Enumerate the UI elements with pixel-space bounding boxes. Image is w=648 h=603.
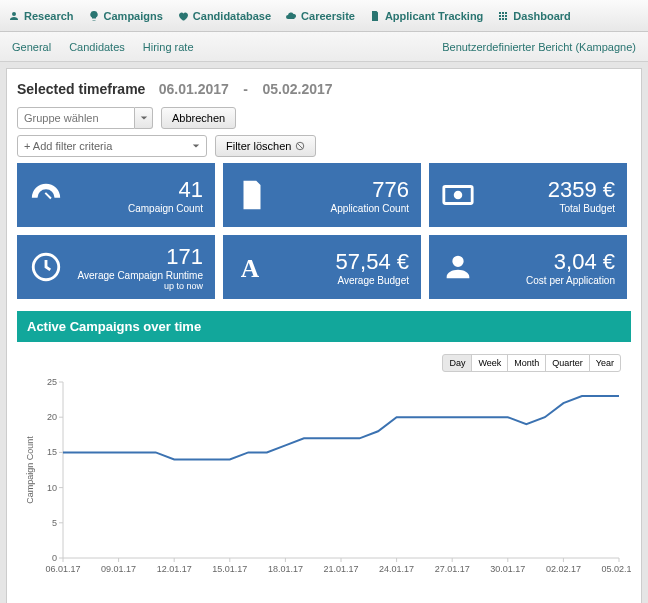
granularity-toggle: Day Week Month Quarter Year <box>21 354 621 372</box>
card-avg-budget: A 57,54 € Average Budget <box>223 235 421 299</box>
card-value: 2359 € <box>548 177 615 203</box>
granularity-quarter[interactable]: Quarter <box>545 354 590 372</box>
card-label: Average Budget <box>336 275 409 286</box>
subnav-custom-report[interactable]: Benutzerdefinierter Bericht (Kampagne) <box>442 41 636 53</box>
nav-label: Campaigns <box>104 10 163 22</box>
heart-icon <box>177 10 189 22</box>
card-cost-per-application: 3,04 € Cost per Application <box>429 235 627 299</box>
subnav-left: General Candidates Hiring rate <box>12 41 194 53</box>
timeframe-end: 05.02.2017 <box>262 81 332 97</box>
content-panel: Selected timeframe 06.01.2017 - 05.02.20… <box>6 68 642 603</box>
money-icon <box>441 178 475 212</box>
nav-research[interactable]: Research <box>8 10 74 22</box>
bulb-icon <box>88 10 100 22</box>
card-value: 57,54 € <box>336 249 409 275</box>
group-select[interactable] <box>17 107 153 129</box>
svg-text:24.01.17: 24.01.17 <box>379 564 414 574</box>
user-icon <box>8 10 20 22</box>
card-value: 41 <box>128 177 203 203</box>
nav-label: Research <box>24 10 74 22</box>
nav-label: Dashboard <box>513 10 570 22</box>
filter-add-label: + Add filter criteria <box>24 140 112 152</box>
svg-text:15: 15 <box>47 447 57 457</box>
card-value: 171 <box>78 244 203 270</box>
timeframe-sep: - <box>243 81 248 97</box>
nav-campaigns[interactable]: Campaigns <box>88 10 163 22</box>
document-icon <box>369 10 381 22</box>
nav-candidatabase[interactable]: Candidatabase <box>177 10 271 22</box>
card-label: Campaign Count <box>128 203 203 214</box>
file-icon <box>235 178 269 212</box>
filter-add-select[interactable]: + Add filter criteria <box>17 135 207 157</box>
svg-text:5: 5 <box>52 518 57 528</box>
card-avg-runtime: 171 Average Campaign Runtime up to now <box>17 235 215 299</box>
person-icon <box>441 250 475 284</box>
group-toggle[interactable] <box>135 107 153 129</box>
nav-applicant-tracking[interactable]: Applicant Tracking <box>369 10 483 22</box>
granularity-year[interactable]: Year <box>589 354 621 372</box>
subnav-general[interactable]: General <box>12 41 51 53</box>
filter-clear-label: Filter löschen <box>226 140 291 152</box>
svg-text:12.01.17: 12.01.17 <box>157 564 192 574</box>
svg-text:Campaign Count: Campaign Count <box>25 436 35 504</box>
clock-icon <box>29 250 63 284</box>
timeframe-label: Selected timeframe <box>17 81 145 97</box>
ban-icon <box>295 141 305 151</box>
svg-line-1 <box>298 144 303 149</box>
caret-down-icon <box>192 142 200 150</box>
card-total-budget: 2359 € Total Budget <box>429 163 627 227</box>
filter-clear-button[interactable]: Filter löschen <box>215 135 316 157</box>
svg-text:25: 25 <box>47 377 57 387</box>
granularity-day[interactable]: Day <box>442 354 472 372</box>
card-value: 3,04 € <box>526 249 615 275</box>
subnav-hiring-rate[interactable]: Hiring rate <box>143 41 194 53</box>
sub-nav: General Candidates Hiring rate Benutzerd… <box>0 32 648 62</box>
card-sublabel: up to now <box>78 281 203 291</box>
svg-text:20: 20 <box>47 412 57 422</box>
top-nav: Research Campaigns Candidatabase Careers… <box>0 0 648 32</box>
cancel-button[interactable]: Abbrechen <box>161 107 236 129</box>
timeframe-start: 06.01.2017 <box>159 81 229 97</box>
card-label: Average Campaign Runtime <box>78 270 203 281</box>
cancel-label: Abbrechen <box>172 112 225 124</box>
svg-text:06.01.17: 06.01.17 <box>45 564 80 574</box>
gauge-icon <box>29 178 63 212</box>
chart-title: Active Campaigns over time <box>17 311 631 342</box>
svg-text:09.01.17: 09.01.17 <box>101 564 136 574</box>
nav-label: Careersite <box>301 10 355 22</box>
svg-text:18.01.17: 18.01.17 <box>268 564 303 574</box>
grid-icon <box>497 10 509 22</box>
card-campaign-count: 41 Campaign Count <box>17 163 215 227</box>
group-row: Abbrechen <box>17 107 631 129</box>
card-label: Cost per Application <box>526 275 615 286</box>
group-input[interactable] <box>17 107 135 129</box>
svg-text:15.01.17: 15.01.17 <box>212 564 247 574</box>
svg-text:21.01.17: 21.01.17 <box>323 564 358 574</box>
cards: 41 Campaign Count 776 Application Count … <box>17 163 631 299</box>
line-chart: 051015202506.01.1709.01.1712.01.1715.01.… <box>21 376 631 582</box>
svg-text:A: A <box>241 254 260 283</box>
card-label: Total Budget <box>548 203 615 214</box>
granularity-month[interactable]: Month <box>507 354 546 372</box>
nav-label: Applicant Tracking <box>385 10 483 22</box>
svg-text:30.01.17: 30.01.17 <box>490 564 525 574</box>
nav-dashboard[interactable]: Dashboard <box>497 10 570 22</box>
chart-panel: Day Week Month Quarter Year 051015202506… <box>17 342 631 589</box>
nav-careersite[interactable]: Careersite <box>285 10 355 22</box>
cloud-icon <box>285 10 297 22</box>
caret-down-icon <box>140 114 148 122</box>
svg-point-3 <box>454 191 463 200</box>
card-application-count: 776 Application Count <box>223 163 421 227</box>
svg-text:27.01.17: 27.01.17 <box>435 564 470 574</box>
card-label: Application Count <box>331 203 409 214</box>
svg-text:0: 0 <box>52 553 57 563</box>
font-icon: A <box>235 250 269 284</box>
filter-row: + Add filter criteria Filter löschen <box>17 135 631 157</box>
subnav-candidates[interactable]: Candidates <box>69 41 125 53</box>
svg-text:05.02.17: 05.02.17 <box>601 564 631 574</box>
card-value: 776 <box>331 177 409 203</box>
granularity-week[interactable]: Week <box>471 354 508 372</box>
timeframe: Selected timeframe 06.01.2017 - 05.02.20… <box>17 81 631 97</box>
nav-label: Candidatabase <box>193 10 271 22</box>
svg-text:02.02.17: 02.02.17 <box>546 564 581 574</box>
